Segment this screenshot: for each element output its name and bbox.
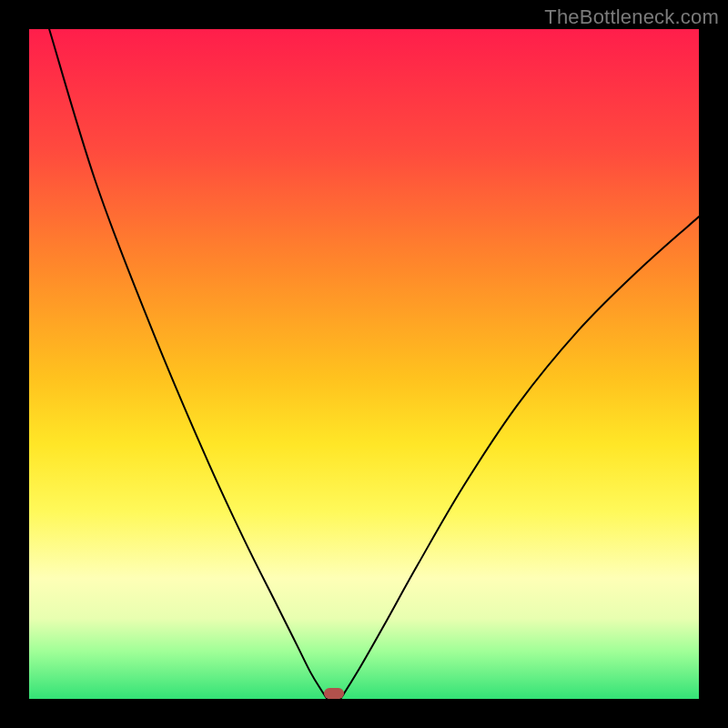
curve-left-branch: [49, 29, 327, 699]
plot-area: [29, 29, 699, 699]
optimum-marker: [324, 688, 344, 699]
curve-svg: [29, 29, 699, 699]
chart-frame: TheBottleneck.com: [0, 0, 728, 728]
curve-right-branch: [340, 217, 699, 699]
watermark-text: TheBottleneck.com: [544, 5, 719, 29]
